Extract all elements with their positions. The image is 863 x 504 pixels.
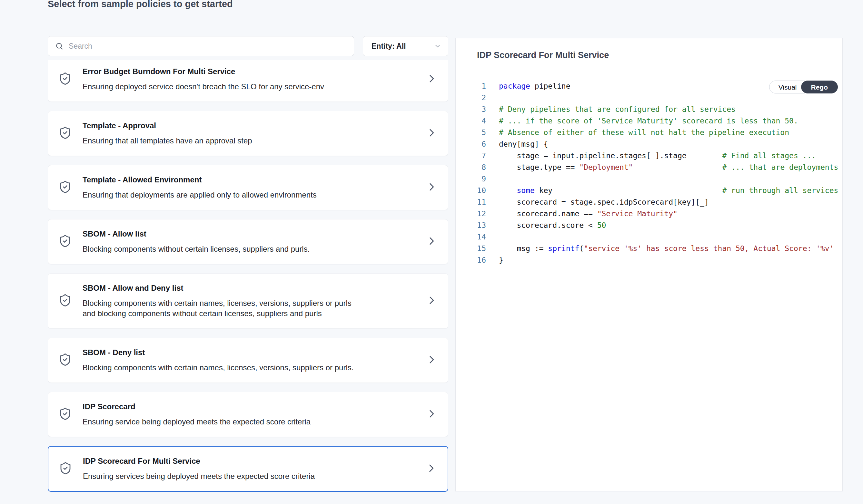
policy-title: Error Budget Burndown For Multi Service bbox=[83, 67, 438, 76]
code-text: some key # run through all services bbox=[499, 185, 838, 196]
policy-description: Blocking components with certain names, … bbox=[83, 298, 364, 319]
code-text: # ... if the score of 'Service Maturity'… bbox=[499, 115, 798, 127]
code-line: 6 deny[msg] { bbox=[456, 138, 842, 150]
shield-check-icon bbox=[58, 126, 72, 141]
code-line: 10 some key # run through all services bbox=[456, 185, 842, 196]
chevron-right-icon bbox=[426, 354, 437, 366]
policy-description: Ensuring services being deployed meets t… bbox=[83, 471, 364, 481]
chevron-right-icon bbox=[426, 127, 437, 140]
view-toggle: Visual Rego bbox=[769, 80, 838, 93]
code-line: 14 bbox=[456, 231, 842, 243]
shield-check-icon bbox=[59, 462, 72, 476]
policy-description: Ensuring service being deployed meets th… bbox=[83, 417, 364, 427]
chevron-right-icon bbox=[426, 235, 437, 248]
policy-description: Ensuring that deployments are applied on… bbox=[83, 190, 364, 200]
policy-card[interactable]: IDP Scorecard For Multi Service Ensuring… bbox=[48, 446, 448, 492]
policy-card[interactable]: IDP Scorecard Ensuring service being dep… bbox=[48, 392, 448, 437]
code-line: 7 stage = input.pipeline.stages[_].stage… bbox=[456, 150, 842, 161]
chevron-right-icon bbox=[426, 295, 437, 307]
code-text: scorecard = stage.spec.idpScorecard[key]… bbox=[499, 196, 709, 208]
code-text: msg := sprintf("service '%s' has score l… bbox=[499, 243, 834, 254]
code-line: 13 scorecard.score < 50 bbox=[456, 219, 842, 231]
policy-description: Blocking components with certain names, … bbox=[83, 363, 364, 373]
code-text: # Deny pipelines that are configured for… bbox=[499, 103, 736, 115]
policy-list[interactable]: Error Budget Burndown For Multi Service … bbox=[48, 60, 448, 492]
line-number: 12 bbox=[472, 208, 486, 219]
line-number: 3 bbox=[472, 103, 486, 115]
policy-title: SBOM - Allow list bbox=[83, 229, 438, 239]
line-number: 2 bbox=[472, 92, 486, 103]
line-number: 5 bbox=[472, 127, 486, 138]
shield-check-icon bbox=[58, 72, 72, 87]
search-box[interactable] bbox=[48, 36, 354, 56]
code-text: deny[msg] { bbox=[499, 138, 548, 150]
line-number: 7 bbox=[472, 150, 486, 161]
policy-card[interactable]: Template - Allowed Environment Ensuring … bbox=[48, 165, 448, 210]
code-text bbox=[499, 92, 503, 103]
code-text: stage = input.pipeline.stages[_].stage #… bbox=[499, 150, 816, 161]
sample-policy-picker: Entity: All Error Budget Burndown For Mu… bbox=[48, 36, 848, 492]
policy-card[interactable]: Template - Approval Ensuring that all te… bbox=[48, 111, 448, 156]
code-line: 4 # ... if the score of 'Service Maturit… bbox=[456, 115, 842, 127]
policy-card[interactable]: SBOM - Deny list Blocking components wit… bbox=[48, 338, 448, 383]
code-line: 15 msg := sprintf("service '%s' has scor… bbox=[456, 243, 842, 254]
page-title: Select from sample policies to get start… bbox=[48, 0, 233, 9]
shield-check-icon bbox=[58, 407, 72, 422]
chevron-down-icon bbox=[434, 42, 441, 50]
entity-filter-dropdown[interactable]: Entity: All bbox=[363, 36, 448, 56]
shield-check-icon bbox=[58, 353, 72, 368]
line-number: 11 bbox=[472, 196, 486, 208]
policy-card[interactable]: Error Budget Burndown For Multi Service … bbox=[48, 60, 448, 102]
preview-panel: IDP Scorecard For Multi Service 1 packag… bbox=[455, 38, 843, 491]
line-number: 9 bbox=[472, 173, 486, 185]
code-line: 3 # Deny pipelines that are configured f… bbox=[456, 103, 842, 115]
code-text: scorecard.name == "Service Maturity" bbox=[499, 208, 678, 219]
code-line: 16 } bbox=[456, 254, 842, 266]
policy-description: Ensuring that all templates have an appr… bbox=[83, 136, 364, 146]
code-text bbox=[499, 173, 503, 185]
shield-check-icon bbox=[58, 294, 72, 308]
chevron-right-icon bbox=[426, 73, 437, 86]
code-line: 12 scorecard.name == "Service Maturity" bbox=[456, 208, 842, 219]
policy-title: SBOM - Allow and Deny list bbox=[83, 283, 438, 293]
chevron-right-icon bbox=[426, 181, 437, 194]
code-text: package pipeline bbox=[499, 80, 571, 92]
code-line: 9 bbox=[456, 173, 842, 185]
line-number: 14 bbox=[472, 231, 486, 243]
line-number: 10 bbox=[472, 185, 486, 196]
line-number: 4 bbox=[472, 115, 486, 127]
search-icon bbox=[55, 42, 64, 50]
policy-description: Ensuring deployed service doesn't breach… bbox=[83, 81, 364, 92]
line-number: 1 bbox=[472, 80, 486, 92]
policy-description: Blocking components without certain lice… bbox=[83, 244, 364, 254]
policy-title: Template - Approval bbox=[83, 121, 438, 130]
policy-title: IDP Scorecard bbox=[83, 402, 438, 412]
code-text: } bbox=[499, 254, 503, 266]
code-line: 8 stage.type == "Deployment" # ... that … bbox=[456, 161, 842, 173]
policy-title: IDP Scorecard For Multi Service bbox=[83, 456, 438, 466]
code-line: 11 scorecard = stage.spec.idpScorecard[k… bbox=[456, 196, 842, 208]
line-number: 8 bbox=[472, 161, 486, 173]
sample-policy-picker-page: Select from sample policies to get start… bbox=[0, 0, 863, 504]
code-editor[interactable]: 1 package pipeline 2 3 # Deny pipelines … bbox=[456, 80, 842, 491]
shield-check-icon bbox=[58, 234, 72, 249]
policy-card[interactable]: SBOM - Allow list Blocking components wi… bbox=[48, 219, 448, 264]
code-line: 5 # Absence of either of these will not … bbox=[456, 127, 842, 138]
search-input[interactable] bbox=[68, 41, 340, 51]
entity-filter-label: Entity: All bbox=[372, 42, 406, 51]
shield-check-icon bbox=[58, 180, 72, 195]
code-text: stage.type == "Deployment" # ... that ar… bbox=[499, 161, 838, 173]
policy-title: SBOM - Deny list bbox=[83, 348, 438, 357]
code-text: # Absence of either of these will not ha… bbox=[499, 127, 789, 138]
line-number: 15 bbox=[472, 243, 486, 254]
chevron-right-icon bbox=[426, 408, 437, 421]
chevron-right-icon bbox=[426, 463, 437, 475]
rego-toggle-button[interactable]: Rego bbox=[801, 80, 838, 93]
preview-header: IDP Scorecard For Multi Service bbox=[456, 38, 842, 72]
policy-card[interactable]: SBOM - Allow and Deny list Blocking comp… bbox=[48, 273, 448, 329]
code-text bbox=[499, 231, 503, 243]
line-number: 16 bbox=[472, 254, 486, 266]
code-gap bbox=[456, 72, 842, 80]
line-number: 13 bbox=[472, 219, 486, 231]
code-text: scorecard.score < 50 bbox=[499, 219, 606, 231]
